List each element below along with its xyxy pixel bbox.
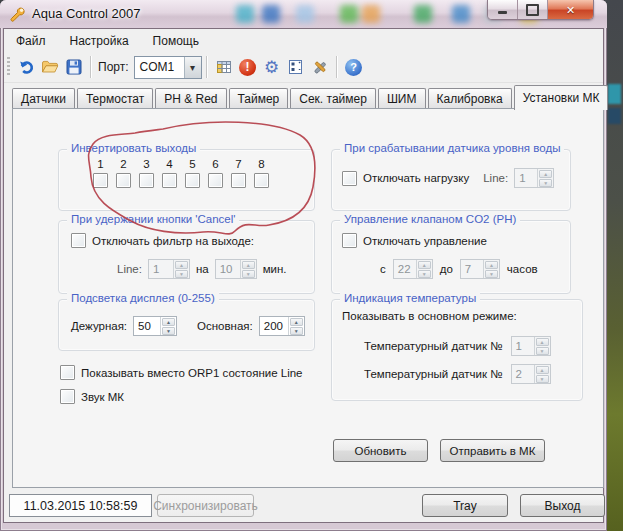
channel-3: 3 [135,158,158,188]
stop-error-button[interactable] [236,55,260,79]
tab-datchiki[interactable]: Датчики [12,88,75,109]
spin-down-icon[interactable] [162,327,175,335]
refresh-button-toolbar[interactable] [14,55,38,79]
chevron-down-icon[interactable] [184,57,201,78]
spin-up-icon[interactable] [536,338,549,346]
spin-up-icon[interactable] [485,261,498,269]
tab-shim[interactable]: ШИМ [378,88,426,109]
status-bar: 11.03.2015 10:58:59 Синхронизировать Tra… [4,493,603,519]
channel-number: 2 [120,158,126,170]
spin-up-icon[interactable] [536,366,549,374]
spin-up-icon[interactable] [242,261,255,269]
maximize-button[interactable] [518,0,548,19]
toolbar-separator [336,56,338,78]
invert-checkbox-7[interactable] [231,173,246,188]
sensor1-spinner[interactable]: 1 [511,336,551,356]
menu-settings[interactable]: Настройка [58,30,141,52]
datetime-display: 11.03.2015 10:58:59 [9,494,152,517]
group-co2-valve: Управление клапаном CO2 (PH) Отключать у… [331,220,571,294]
minimize-icon [498,11,507,14]
invert-checkbox-4[interactable] [162,173,177,188]
invert-checkbox-3[interactable] [139,173,154,188]
open-file-button[interactable] [38,55,62,79]
group-title: При срабатывании датчика уровня воды [340,142,564,154]
spin-down-icon[interactable] [536,347,549,355]
toolbar-grip[interactable] [7,57,10,77]
water-line-spinner[interactable]: 1 [514,168,554,188]
spin-up-icon[interactable] [418,261,431,269]
spin-down-icon[interactable] [418,270,431,278]
group-title: Управление клапаном CO2 (PH) [340,213,520,225]
disable-load-checkbox[interactable] [342,171,357,186]
group-title: Инвертировать выходы [67,142,200,154]
to-hour-spinner[interactable]: 7 [460,259,500,279]
spin-down-icon[interactable] [539,179,552,187]
channel-4: 4 [158,158,181,188]
tab-kalibrovka[interactable]: Калибровка [428,88,512,109]
invert-checkbox-1[interactable] [93,173,108,188]
tab-ustanovki-mk[interactable]: Установки МК [514,85,609,110]
tools-wrench-icon [311,58,329,76]
minutes-spinner[interactable]: 10 [215,259,257,279]
group-title: При удержании кнопки 'Cancel' [67,213,239,225]
channel-7: 7 [227,158,250,188]
orp-line-checkbox[interactable] [60,365,75,380]
sensor2-spinner[interactable]: 2 [511,364,551,384]
line-spinner[interactable]: 1 [148,259,190,279]
channel-number: 7 [235,158,241,170]
menu-help[interactable]: Помощь [141,30,211,52]
invert-checkbox-5[interactable] [185,173,200,188]
tab-sek-taymer[interactable]: Сек. таймер [290,88,376,109]
sound-mk-checkbox[interactable] [60,389,75,404]
invert-checkbox-2[interactable] [116,173,131,188]
settings-button[interactable] [260,55,284,79]
tools-button[interactable] [308,55,332,79]
main-spinner[interactable]: 200 [259,316,305,336]
disable-co2-checkbox[interactable] [342,233,357,248]
spin-down-icon[interactable] [175,270,188,278]
port-value: COM1 [135,60,184,74]
minimize-button[interactable] [488,0,518,19]
order-list-button[interactable] [284,55,308,79]
sync-button[interactable]: Синхронизировать [157,494,254,517]
invert-channels: 1 2 3 4 5 6 7 8 [89,158,273,188]
invert-checkbox-6[interactable] [208,173,223,188]
tab-termostat[interactable]: Термостат [77,88,153,109]
spin-down-icon[interactable] [485,270,498,278]
tab-ph-red[interactable]: PH & Red [155,88,226,109]
maximize-icon [526,4,539,16]
disable-filter-checkbox[interactable] [71,233,86,248]
menu-file[interactable]: Файл [4,30,58,52]
close-button[interactable] [548,0,593,19]
line-label: Line: [117,263,142,275]
port-label: Порт: [98,60,129,74]
spin-down-icon[interactable] [536,375,549,383]
title-bar[interactable]: Aqua Control 2007 [0,0,607,28]
save-button[interactable] [62,55,86,79]
from-hour-spinner[interactable]: 22 [393,259,433,279]
tray-button[interactable]: Tray [422,494,508,517]
tab-taymer[interactable]: Таймер [229,88,289,109]
spin-up-icon[interactable] [290,318,303,326]
exit-button[interactable]: Выход [520,494,605,517]
spin-down-icon[interactable] [242,270,255,278]
help-button[interactable] [342,55,366,79]
spin-up-icon[interactable] [539,170,552,178]
desktop-background [605,0,623,531]
group-cancel-hold: При удержании кнопки 'Cancel' Отключать … [58,220,315,294]
invert-checkbox-8[interactable] [254,173,269,188]
group-backlight: Подсветка дисплея (0-255) Дежурная: 50 О… [58,299,315,351]
standby-spinner[interactable]: 50 [133,316,177,336]
channel-number: 6 [212,158,218,170]
close-icon [566,3,575,17]
numbered-list-icon [287,58,305,76]
sensor2-label: Температурный датчик № [364,368,503,380]
spin-up-icon[interactable] [175,261,188,269]
caption-buttons [487,0,594,20]
spin-down-icon[interactable] [290,327,303,335]
port-combobox[interactable]: COM1 [134,56,202,79]
table-view-button[interactable] [212,55,236,79]
send-to-mk-button[interactable]: Отправить в МК [440,439,545,462]
refresh-data-button[interactable]: Обновить [333,439,428,462]
spin-up-icon[interactable] [162,318,175,326]
